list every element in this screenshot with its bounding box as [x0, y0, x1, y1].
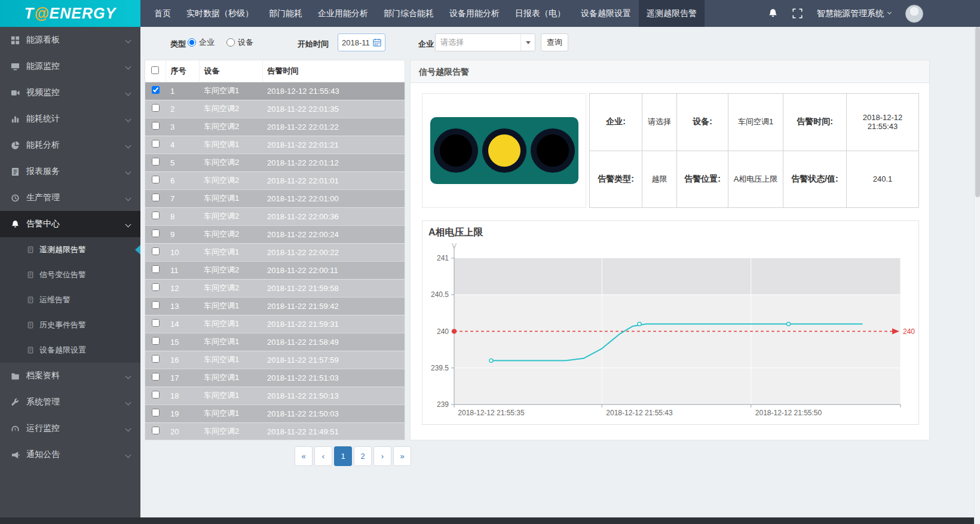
sidebar-subitem-4[interactable]: 设备越限设置 [0, 338, 140, 363]
sidebar-item-label: 档案资料 [26, 370, 126, 381]
top-nav-item-7[interactable]: 设备越限设置 [573, 0, 639, 27]
alarm-row[interactable]: 5车间空调22018-11-22 22:01:12 [145, 154, 405, 171]
alarm-row[interactable]: 18车间空调12018-11-22 21:50:13 [145, 387, 405, 405]
row-checkbox[interactable] [152, 229, 160, 237]
row-checkbox[interactable] [152, 301, 160, 309]
sidebar-subitem-3[interactable]: 历史事件告警 [0, 312, 140, 338]
row-checkbox[interactable] [152, 409, 160, 416]
row-checkbox[interactable] [152, 86, 160, 94]
top-nav-item-5[interactable]: 设备用能分析 [442, 0, 507, 27]
row-checkbox[interactable] [152, 247, 160, 255]
row-time-cell: 2018-11-22 22:00:24 [262, 225, 405, 243]
sidebar-item-6[interactable]: 生产管理 [0, 185, 140, 211]
select-all-checkbox[interactable] [151, 66, 159, 74]
row-checkbox[interactable] [152, 319, 160, 327]
alarm-row[interactable]: 11车间空调22018-11-22 22:00:11 [145, 261, 405, 279]
alarm-row[interactable]: 13车间空调12018-11-22 21:59:42 [145, 297, 405, 315]
sidebar-item-4[interactable]: 能耗分析 [0, 132, 140, 158]
row-checkbox[interactable] [152, 427, 160, 434]
row-checkbox[interactable] [152, 104, 160, 112]
alarm-row[interactable]: 10车间空调12018-11-22 22:00:22 [145, 243, 405, 261]
alarm-row[interactable]: 4车间空调12018-11-22 22:01:21 [145, 136, 405, 154]
sidebar-item-5[interactable]: 报表服务 [0, 158, 140, 185]
alarm-row[interactable]: 17车间空调12018-11-22 21:51:03 [145, 369, 405, 387]
sidebar-item-9[interactable]: 系统管理 [0, 389, 140, 415]
sidebar-item-10[interactable]: 运行监控 [0, 415, 140, 442]
sidebar-item-1[interactable]: 能源监控 [0, 53, 140, 79]
company-select[interactable]: 请选择 [435, 33, 535, 51]
alarm-row[interactable]: 1车间空调12018-12-12 21:55:43 [145, 82, 405, 100]
row-time-cell: 2018-11-22 21:59:58 [262, 279, 405, 297]
alarm-row[interactable]: 8车间空调22018-11-22 22:00:36 [145, 207, 405, 225]
alarm-row[interactable]: 2车间空调22018-11-22 22:01:35 [145, 100, 405, 118]
sidebar-item-3[interactable]: 能耗统计 [0, 106, 140, 132]
info-label: 告警时间: [783, 94, 847, 151]
type-radio-1[interactable] [226, 38, 235, 47]
top-nav-item-8[interactable]: 遥测越限告警 [639, 0, 705, 27]
vertical-scrollbar[interactable] [974, 27, 980, 524]
row-checkbox[interactable] [152, 373, 160, 381]
system-title-menu[interactable]: 智慧能源管理系统 [817, 8, 891, 19]
alarm-row[interactable]: 12车间空调22018-11-22 21:59:58 [145, 279, 405, 297]
alarm-row[interactable]: 9车间空调22018-11-22 22:00:24 [145, 225, 405, 243]
sidebar-item-11[interactable]: 通知公告 [0, 442, 140, 468]
page-button-2[interactable]: 1 [334, 446, 352, 466]
chevron-down-icon [125, 168, 131, 174]
row-checkbox[interactable] [152, 122, 160, 130]
row-checkbox[interactable] [152, 391, 160, 399]
page-button-1[interactable]: ‹ [314, 446, 332, 466]
type-option-0[interactable]: 企业 [188, 37, 215, 48]
threshold-label: 240 [903, 327, 915, 336]
scrollbar-thumb[interactable] [975, 27, 980, 197]
type-radio-0[interactable] [188, 38, 196, 47]
row-device-cell: 车间空调1 [199, 315, 262, 333]
top-nav-item-1[interactable]: 实时数据（秒级） [179, 0, 261, 27]
alarm-row[interactable]: 20车间空调22018-11-22 21:49:51 [145, 422, 405, 440]
y-tick-label: 240 [437, 327, 449, 336]
alarm-row[interactable]: 14车间空调12018-11-22 21:59:31 [145, 315, 405, 333]
row-checkbox[interactable] [152, 158, 160, 166]
fullscreen-button[interactable] [792, 8, 803, 19]
alarm-row[interactable]: 6车间空调22018-11-22 22:01:01 [145, 171, 405, 189]
sidebar-item-0[interactable]: 能源看板 [0, 27, 140, 53]
row-checkbox[interactable] [152, 194, 160, 201]
start-time-input[interactable]: 2018-11 [338, 33, 385, 51]
top-nav-item-4[interactable]: 部门综合能耗 [376, 0, 442, 27]
row-index-cell: 2 [166, 100, 199, 118]
sidebar-subitem-1[interactable]: 信号变位告警 [0, 262, 140, 287]
page-button-3[interactable]: 2 [354, 446, 372, 466]
alarm-row[interactable]: 3车间空调22018-11-22 22:01:22 [145, 118, 405, 136]
sidebar-subitem-2[interactable]: 运维告警 [0, 287, 140, 312]
page-button-0[interactable]: « [295, 446, 313, 466]
row-checkbox[interactable] [152, 265, 160, 273]
row-checkbox[interactable] [152, 140, 160, 148]
sidebar-item-7[interactable]: 告警中心 [0, 211, 140, 237]
sidebar-item-8[interactable]: 档案资料 [0, 363, 140, 389]
traffic-light-card [422, 93, 586, 208]
alarm-row[interactable]: 15车间空调12018-11-22 21:58:49 [145, 333, 405, 351]
page-button-5[interactable]: » [393, 446, 411, 466]
top-nav-item-2[interactable]: 部门能耗 [261, 0, 310, 27]
alarm-row[interactable]: 19车间空调12018-11-22 21:50:03 [145, 405, 405, 422]
top-nav-item-6[interactable]: 日报表（电） [507, 0, 573, 27]
query-button[interactable]: 查询 [541, 33, 568, 51]
calendar-button[interactable] [373, 38, 381, 47]
top-nav-item-0[interactable]: 首页 [146, 0, 179, 27]
row-checkbox[interactable] [152, 212, 160, 219]
sidebar-subitem-0[interactable]: 遥测越限告警 [0, 237, 140, 262]
alarm-row[interactable]: 16车间空调12018-11-22 21:57:59 [145, 351, 405, 369]
row-checkbox[interactable] [152, 176, 160, 183]
brand-logo[interactable]: T@ENERGY [0, 0, 140, 27]
page-button-4[interactable]: › [373, 446, 391, 466]
row-checkbox[interactable] [152, 283, 160, 291]
top-nav: 首页实时数据（秒级）部门能耗企业用能分析部门综合能耗设备用能分析日报表（电）设备… [146, 0, 705, 27]
user-avatar[interactable] [905, 5, 923, 23]
notification-bell-button[interactable] [768, 8, 778, 19]
row-checkbox[interactable] [152, 355, 160, 363]
row-checkbox[interactable] [152, 337, 160, 345]
sidebar-item-2[interactable]: 视频监控 [0, 79, 140, 106]
type-option-1[interactable]: 设备 [226, 37, 253, 48]
traffic-lamp-0 [434, 128, 478, 173]
alarm-row[interactable]: 7车间空调12018-11-22 22:01:00 [145, 189, 405, 207]
top-nav-item-3[interactable]: 企业用能分析 [310, 0, 376, 27]
